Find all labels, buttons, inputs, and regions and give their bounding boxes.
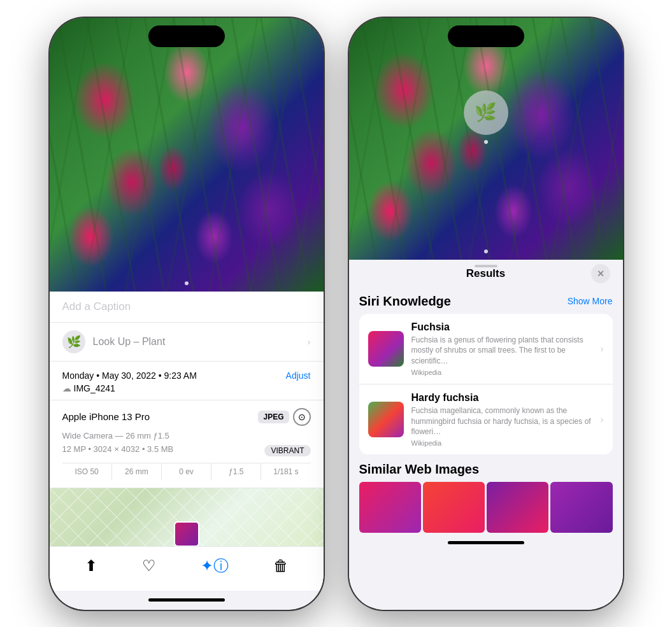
spec-ev: 0 ev	[162, 463, 211, 480]
siri-knowledge-title: Siri Knowledge	[359, 294, 451, 309]
right-phone: 🌿 Results ✕ Siri Knowledge Show Mo	[349, 18, 623, 610]
camera-lens: Wide Camera — 26 mm ƒ1.5	[62, 431, 311, 440]
lookup-row[interactable]: 🌿 Look Up – Plant ›	[50, 323, 324, 362]
dynamic-island-right	[448, 25, 524, 47]
spec-focal: 26 mm	[112, 463, 162, 480]
info-button[interactable]: ✦ⓘ	[201, 556, 229, 576]
siri-dot	[484, 140, 488, 144]
hardy-source: Wikipedia	[411, 439, 593, 447]
left-phone: Add a Caption 🌿 Look Up – Plant › Monday…	[50, 18, 324, 610]
similar-image-3[interactable]	[487, 482, 548, 533]
camera-section: Apple iPhone 13 Pro JPEG ⊙ Wide Camera —…	[50, 400, 324, 488]
format-badge: JPEG	[258, 411, 289, 423]
results-header: Results ✕	[349, 260, 623, 288]
fuchsia-info: Fuchsia Fuchsia is a genus of flowering …	[411, 321, 593, 376]
siri-leaf-icon: 🌿	[475, 102, 497, 123]
spec-iso: ISO 50	[62, 463, 112, 480]
photo-page-dot	[185, 281, 189, 285]
fuchsia-thumbnail	[368, 331, 404, 367]
hardy-info: Hardy fuchsia Fuchsia magellanica, commo…	[411, 392, 593, 447]
filename: IMG_4241	[74, 383, 115, 393]
date-text: Monday • May 30, 2022 • 9:23 AM	[62, 370, 197, 381]
results-panel: Results ✕ Siri Knowledge Show More	[349, 260, 623, 610]
home-indicator-right	[349, 533, 623, 552]
similar-image-1[interactable]	[359, 482, 421, 533]
settings-icon[interactable]: ⊙	[293, 408, 311, 426]
like-button[interactable]: ♡	[142, 557, 156, 575]
lookup-label: Look Up – Plant	[93, 336, 166, 348]
info-panel: Add a Caption 🌿 Look Up – Plant › Monday…	[50, 292, 324, 546]
hardy-name: Hardy fuchsia	[411, 392, 593, 404]
photo-page-dot-right	[484, 250, 488, 253]
right-screen: 🌿 Results ✕ Siri Knowledge Show Mo	[349, 18, 623, 610]
similar-web-title: Similar Web Images	[359, 462, 613, 477]
adjust-button[interactable]: Adjust	[286, 370, 311, 381]
camera-model: Apple iPhone 13 Pro	[62, 411, 150, 422]
delete-button[interactable]: 🗑	[273, 557, 289, 575]
date-section: Monday • May 30, 2022 • 9:23 AM Adjust ☁…	[50, 362, 324, 400]
similar-web-section: Similar Web Images	[359, 462, 613, 533]
knowledge-item-fuchsia[interactable]: Fuchsia Fuchsia is a genus of flowering …	[359, 314, 613, 384]
fuchsia-desc: Fuchsia is a genus of flowering plants t…	[411, 335, 593, 367]
fuchsia-source: Wikipedia	[411, 369, 593, 376]
home-indicator-left	[50, 591, 324, 610]
fuchsia-name: Fuchsia	[411, 321, 593, 333]
show-more-button[interactable]: Show More	[568, 296, 613, 306]
similar-image-4[interactable]	[550, 482, 612, 533]
close-button[interactable]: ✕	[591, 264, 610, 283]
spec-shutter: 1/181 s	[261, 463, 310, 480]
photo-area-right[interactable]: 🌿	[349, 18, 623, 260]
results-content: Siri Knowledge Show More Fuchsia Fuchsia…	[349, 288, 623, 533]
specs-row: ISO 50 26 mm 0 ev ƒ1.5 1/181 s	[62, 463, 311, 480]
vibrant-badge: VIBRANT	[264, 445, 310, 456]
leaf-icon: 🌿	[67, 335, 81, 349]
map-preview[interactable]	[50, 488, 324, 546]
hardy-chevron: ›	[601, 414, 604, 425]
similar-images-row	[359, 482, 613, 533]
similar-image-2[interactable]	[423, 482, 485, 533]
spec-aperture: ƒ1.5	[211, 463, 261, 480]
lookup-chevron: ›	[308, 337, 311, 347]
bottom-toolbar: ⬆ ♡ ✦ⓘ 🗑	[50, 546, 324, 591]
map-photo-thumb	[174, 521, 199, 546]
caption-area[interactable]: Add a Caption	[50, 292, 324, 323]
knowledge-card: Fuchsia Fuchsia is a genus of flowering …	[359, 314, 613, 455]
cloud-icon: ☁	[62, 383, 71, 393]
share-button[interactable]: ⬆	[85, 557, 97, 575]
lookup-icon: 🌿	[62, 330, 85, 353]
left-screen: Add a Caption 🌿 Look Up – Plant › Monday…	[50, 18, 324, 610]
knowledge-item-hardy[interactable]: Hardy fuchsia Fuchsia magellanica, commo…	[359, 384, 613, 454]
siri-knowledge-header: Siri Knowledge Show More	[359, 294, 613, 309]
drag-handle[interactable]	[475, 265, 497, 267]
hardy-thumbnail	[368, 402, 404, 437]
results-title: Results	[466, 267, 505, 280]
photo-area-left[interactable]	[50, 18, 324, 292]
camera-resolution: 12 MP • 3024 × 4032 • 3.5 MB	[62, 444, 174, 454]
dynamic-island-left	[148, 25, 225, 47]
caption-placeholder: Add a Caption	[62, 300, 131, 313]
siri-visual-lookup[interactable]: 🌿	[464, 90, 508, 135]
fuchsia-chevron: ›	[601, 344, 604, 354]
hardy-desc: Fuchsia magellanica, commonly known as t…	[411, 405, 593, 437]
